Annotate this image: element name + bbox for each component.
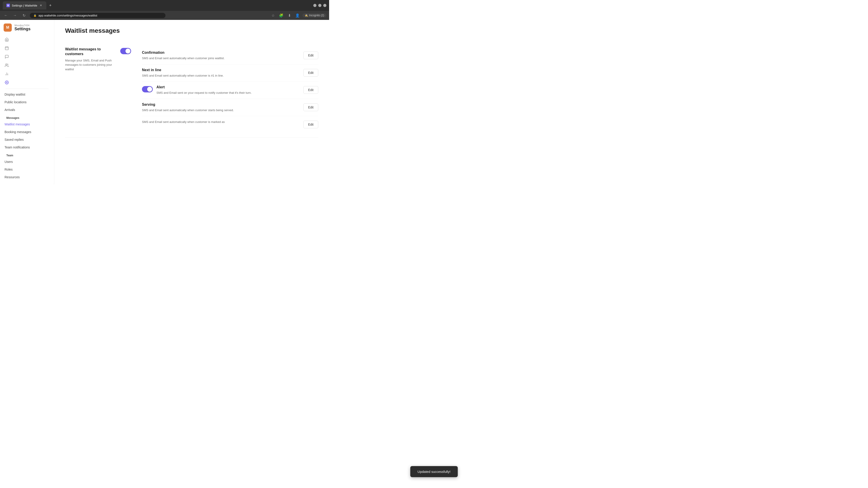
serving-title: Serving xyxy=(142,103,234,107)
browser-tab[interactable]: M Settings | Waitwhile ✕ xyxy=(3,1,46,9)
browser-chrome: M Settings | Waitwhile ✕ + ─ □ ✕ xyxy=(0,0,329,11)
sidebar-item-users-nav[interactable] xyxy=(2,61,52,69)
sidebar-item-team-notifications[interactable]: Team notifications xyxy=(2,144,52,151)
sidebar-title-block: Moodjoy7434 Settings xyxy=(14,24,31,31)
maximize-button[interactable]: □ xyxy=(318,4,321,7)
message-info-serving: Serving SMS and Email sent automatically… xyxy=(142,103,234,112)
new-tab-button[interactable]: + xyxy=(47,2,54,8)
sidebar-nav: Display waitlist Public locations Arriva… xyxy=(0,35,54,184)
close-button[interactable]: ✕ xyxy=(323,4,327,7)
alert-desc: SMS and Email sent on your request to no… xyxy=(156,91,252,95)
calendar-icon xyxy=(4,46,9,51)
edit-marked-button[interactable]: Edit xyxy=(303,121,318,128)
svg-point-4 xyxy=(6,64,7,65)
team-section-label: Team xyxy=(2,151,52,158)
section-description: Waitlist messages to customers Manage yo… xyxy=(65,47,115,71)
back-button[interactable]: ← xyxy=(3,12,9,19)
help-icon-area[interactable] xyxy=(2,183,52,184)
message-item-next-in-line: Next in line SMS and Email sent automati… xyxy=(142,64,318,82)
message-info-marked: SMS and Email sent automatically when cu… xyxy=(142,120,225,124)
toggle-area-1[interactable] xyxy=(120,47,131,54)
user-label: Moodjoy7434 xyxy=(14,24,31,27)
main-content: Waitlist messages Waitlist messages to c… xyxy=(54,20,329,184)
users-icon xyxy=(4,63,9,68)
sidebar-item-home[interactable] xyxy=(2,35,52,43)
sidebar-item-settings[interactable] xyxy=(2,78,52,87)
reload-button[interactable]: ↻ xyxy=(21,12,27,19)
toggle-messages-enabled[interactable] xyxy=(120,48,131,54)
edit-next-in-line-button[interactable]: Edit xyxy=(303,69,318,76)
confirmation-title: Confirmation xyxy=(142,51,225,55)
waitlist-messages-label: Waitlist messages xyxy=(4,123,30,126)
next-in-line-title: Next in line xyxy=(142,68,223,72)
message-item-alert: Alert SMS and Email sent on your request… xyxy=(142,82,318,99)
sidebar-item-users[interactable]: Users xyxy=(2,158,52,165)
download-icon[interactable]: ⬇ xyxy=(286,12,292,19)
toggle-area-2[interactable] xyxy=(142,85,153,92)
edit-serving-button[interactable]: Edit xyxy=(303,103,318,111)
analytics-icon xyxy=(4,72,9,76)
toggle-alert-enabled[interactable] xyxy=(142,86,153,92)
waitlist-messages-section: Waitlist messages to customers Manage yo… xyxy=(65,41,318,138)
edit-confirmation-button[interactable]: Edit xyxy=(303,52,318,59)
booking-messages-label: Booking messages xyxy=(4,130,31,134)
arrivals-label: Arrivals xyxy=(4,108,15,111)
extensions-icon[interactable]: 🧩 xyxy=(278,12,284,19)
sidebar-item-analytics[interactable] xyxy=(2,70,52,78)
sidebar-item-chat[interactable] xyxy=(2,53,52,61)
users-label: Users xyxy=(4,160,13,164)
alert-left: Alert SMS and Email sent on your request… xyxy=(142,85,252,95)
chat-icon xyxy=(4,55,9,59)
sidebar-item-public-locations[interactable]: Public locations xyxy=(2,98,52,106)
message-item-confirmation: Confirmation SMS and Email sent automati… xyxy=(142,47,318,64)
message-info-confirmation: Confirmation SMS and Email sent automati… xyxy=(142,51,225,61)
address-bar: ← → ↻ 🔒 app.waitwhile.com/settings/messa… xyxy=(0,11,329,20)
serving-desc: SMS and Email sent automatically when cu… xyxy=(142,108,234,112)
sidebar-item-waitlist-messages[interactable]: Waitlist messages xyxy=(2,121,52,128)
profile-icon[interactable]: 👤 xyxy=(294,12,301,19)
display-waitlist-label: Display waitlist xyxy=(4,93,25,96)
settings-icon xyxy=(4,80,9,85)
sidebar-item-saved-replies[interactable]: Saved replies xyxy=(2,136,52,143)
app-container: M Moodjoy7434 Settings xyxy=(0,20,329,184)
sidebar-item-calendar[interactable] xyxy=(2,44,52,52)
incognito-label: Incognito (2) xyxy=(309,14,324,17)
url-text: app.waitwhile.com/settings/messages/wait… xyxy=(38,14,97,17)
message-info-alert: Alert SMS and Email sent on your request… xyxy=(156,85,252,95)
svg-rect-0 xyxy=(5,47,8,50)
sidebar-item-resources[interactable]: Resources xyxy=(2,173,52,181)
tab-bar: M Settings | Waitwhile ✕ + xyxy=(3,1,311,9)
edit-alert-button[interactable]: Edit xyxy=(303,86,318,94)
forward-button[interactable]: → xyxy=(12,12,18,19)
home-icon xyxy=(4,37,9,42)
url-bar[interactable]: 🔒 app.waitwhile.com/settings/messages/wa… xyxy=(30,13,165,18)
toggle-knob-1 xyxy=(125,48,130,54)
sidebar-item-display-waitlist[interactable]: Display waitlist xyxy=(2,91,52,98)
sidebar-item-arrivals[interactable]: Arrivals xyxy=(2,106,52,113)
alert-title: Alert xyxy=(156,85,252,89)
marked-desc: SMS and Email sent automatically when cu… xyxy=(142,120,225,124)
incognito-icon: 🕵 xyxy=(305,14,308,17)
confirmation-desc: SMS and Email sent automatically when cu… xyxy=(142,56,225,61)
sidebar-item-help[interactable] xyxy=(2,183,52,184)
tab-title: Settings | Waitwhile xyxy=(12,4,37,7)
avatar[interactable]: M xyxy=(4,24,12,32)
bookmark-icon[interactable]: ☆ xyxy=(270,12,276,19)
window-controls: ─ □ ✕ xyxy=(313,4,327,7)
roles-label: Roles xyxy=(4,168,13,171)
next-in-line-desc: SMS and Email sent automatically when cu… xyxy=(142,73,223,78)
team-notifications-label: Team notifications xyxy=(4,145,30,149)
messages-section-label: Messages xyxy=(2,113,52,121)
public-locations-label: Public locations xyxy=(4,100,26,104)
svg-point-8 xyxy=(6,82,7,83)
sidebar-item-roles[interactable]: Roles xyxy=(2,166,52,173)
sidebar-item-booking-messages[interactable]: Booking messages xyxy=(2,128,52,135)
sidebar-divider-1 xyxy=(5,89,49,89)
saved-replies-label: Saved replies xyxy=(4,138,24,141)
section-description-text: Manage your SMS, Email and Push messages… xyxy=(65,58,115,72)
sidebar: M Moodjoy7434 Settings xyxy=(0,20,54,184)
sidebar-header: M Moodjoy7434 Settings xyxy=(0,24,54,35)
tab-close-button[interactable]: ✕ xyxy=(39,4,43,7)
settings-title: Settings xyxy=(14,27,31,31)
minimize-button[interactable]: ─ xyxy=(313,4,316,7)
